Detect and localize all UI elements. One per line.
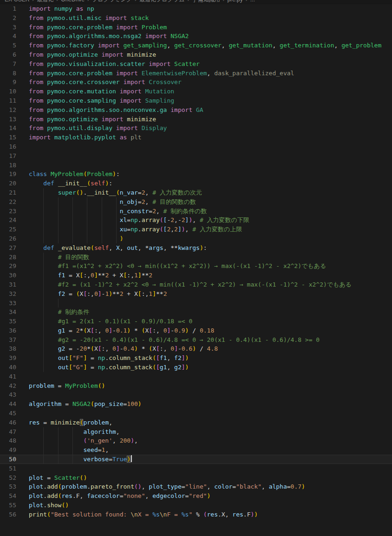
line-number[interactable]: 7 (0, 59, 22, 69)
breadcrumb-item[interactable]: 予備知識用 (192, 0, 220, 3)
line-number[interactable]: 33 (0, 299, 22, 308)
line-number[interactable]: 12 (0, 105, 22, 115)
code-token: from (29, 14, 47, 21)
code-token: MyProblem (65, 382, 98, 389)
indent-guide (58, 436, 59, 445)
line-number[interactable]: 46 (0, 418, 22, 427)
line-number[interactable]: 56 (0, 510, 22, 519)
line-number[interactable]: 26 (0, 234, 22, 243)
code-token: get_sampling (124, 42, 167, 49)
code-editor[interactable]: 1import numpy as np2from pymoo.util.misc… (0, 4, 392, 536)
line-number[interactable]: 13 (0, 115, 22, 124)
line-number[interactable]: 41 (0, 372, 22, 381)
code-token: class (29, 170, 51, 177)
line-number[interactable]: 3 (0, 23, 22, 32)
breadcrumb-item[interactable]: プログラミング (92, 0, 132, 3)
line-number[interactable]: 28 (0, 253, 22, 262)
line-number[interactable]: 49 (0, 445, 22, 455)
code-token: ) (134, 345, 138, 352)
code-line: 20 def __init__(self): (0, 179, 392, 188)
line-number[interactable]: 25 (0, 225, 22, 234)
breadcrumb-item[interactable]: OneDrive (61, 0, 85, 3)
code-text: from pymoo.core.mutation import Mutation (22, 87, 392, 96)
line-number[interactable]: 22 (0, 197, 22, 207)
code-token: :, (152, 327, 163, 334)
line-number[interactable]: 30 (0, 271, 22, 280)
line-number[interactable]: 11 (0, 96, 22, 105)
line-number[interactable]: 14 (0, 124, 22, 133)
breadcrumb-bar[interactable]: EX-USER›最適化›OneDrive›プログラミング›最適化プログラム›予備… (0, 0, 392, 4)
code-token: import (116, 124, 142, 131)
line-number[interactable]: 16 (0, 142, 22, 151)
line-number[interactable]: 37 (0, 335, 22, 345)
code-text (22, 299, 392, 308)
code-token: edgecolor (152, 492, 185, 499)
code-token: import (105, 14, 131, 21)
code-text: xl=np.array([-2,-2]), # 入力変数の下限 (22, 216, 392, 225)
code-token: import (102, 51, 127, 58)
line-number[interactable]: 48 (0, 436, 22, 445)
line-number[interactable]: 10 (0, 87, 22, 96)
breadcrumb-item[interactable]: pre.py (227, 0, 242, 3)
line-number[interactable]: 45 (0, 409, 22, 418)
line-number[interactable]: 32 (0, 289, 22, 299)
code-token (29, 437, 83, 444)
code-line: 34 # 制約条件 (0, 307, 392, 317)
line-number[interactable]: 17 (0, 151, 22, 161)
line-number[interactable]: 36 (0, 326, 22, 335)
line-number[interactable]: 15 (0, 133, 22, 142)
line-number[interactable]: 1 (0, 4, 22, 13)
code-token: #f1 =(x1^2 + x2^2) <0 → min((x1^2 + x2^2… (58, 262, 327, 269)
line-number[interactable]: 51 (0, 464, 22, 473)
line-number[interactable]: 2 (0, 13, 22, 23)
line-number[interactable]: 54 (0, 491, 22, 501)
line-number[interactable]: 44 (0, 399, 22, 409)
code-token: , (225, 511, 233, 518)
line-number[interactable]: 40 (0, 363, 22, 372)
indent-guide (58, 445, 59, 455)
code-token: "F" (72, 354, 83, 361)
code-text: from pymoo.util.display import Display (22, 124, 392, 133)
code-token: get_mutation (229, 42, 273, 49)
line-number[interactable]: 29 (0, 261, 22, 271)
line-number[interactable]: 42 (0, 381, 22, 391)
code-text: def _evaluate(self, X, out, *args, **kwa… (22, 243, 392, 253)
breadcrumb-item[interactable]: ... (250, 0, 255, 3)
line-number[interactable]: 6 (0, 50, 22, 59)
indent-guide (43, 261, 44, 271)
line-number[interactable]: 8 (0, 69, 22, 78)
code-text: g1 = 2*(X[:, 0]-0.1) * (X[:, 0]-0.9) / 0… (22, 326, 392, 335)
line-number[interactable]: 39 (0, 353, 22, 363)
code-token: plot (29, 502, 43, 509)
line-number[interactable]: 31 (0, 280, 22, 289)
code-token: X (116, 244, 120, 251)
indent-guide (102, 197, 102, 207)
line-number[interactable]: 19 (0, 170, 22, 179)
line-number[interactable]: 5 (0, 41, 22, 50)
line-number[interactable]: 53 (0, 482, 22, 491)
line-number[interactable]: 9 (0, 78, 22, 87)
line-number[interactable]: 21 (0, 188, 22, 197)
line-number[interactable]: 43 (0, 390, 22, 399)
code-token: # 制約条件の数 (163, 208, 207, 215)
line-number[interactable]: 34 (0, 307, 22, 317)
line-number[interactable]: 55 (0, 501, 22, 510)
line-number[interactable]: 20 (0, 179, 22, 188)
line-number[interactable]: 47 (0, 427, 22, 437)
line-number[interactable]: 23 (0, 207, 22, 216)
line-number[interactable]: 4 (0, 32, 22, 41)
code-token: ) (200, 244, 203, 251)
code-token: + (109, 272, 119, 279)
line-number[interactable]: 50 (0, 455, 22, 464)
line-number[interactable]: 35 (0, 317, 22, 326)
code-token: 1 (149, 290, 152, 297)
breadcrumb-item[interactable]: 最適化プログラム (139, 0, 184, 3)
breadcrumb-item[interactable]: 最適化 (37, 0, 53, 3)
line-number[interactable]: 38 (0, 344, 22, 353)
line-number[interactable]: 24 (0, 216, 22, 225)
line-number[interactable]: 18 (0, 161, 22, 170)
line-number[interactable]: 27 (0, 243, 22, 253)
breadcrumb-item[interactable]: EX-USER (5, 0, 29, 3)
line-number[interactable]: 52 (0, 473, 22, 483)
code-token: ) (185, 354, 189, 361)
